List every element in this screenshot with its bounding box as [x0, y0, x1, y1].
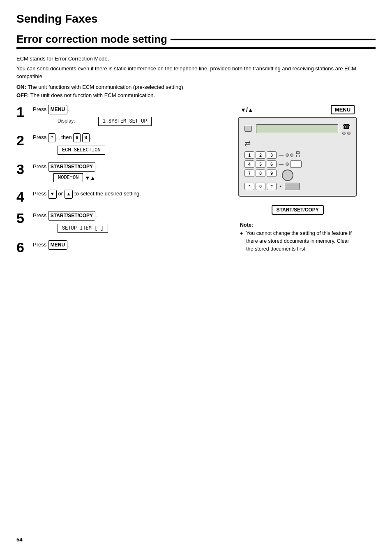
section-title: Error correction mode setting [16, 33, 376, 49]
step-5: 5 Press START/SET/COPY. SETUP ITEM [ ] [16, 211, 207, 233]
step-6-content: Press MENU. [33, 240, 207, 251]
note-section: Note: ● You cannot change the setting of… [240, 222, 355, 253]
step-1-display-value: 1.SYSTEM SET UP [98, 117, 152, 126]
key-4: 4 [244, 160, 254, 168]
numpad: 1 2 3 — 4 5 6 [244, 151, 302, 190]
step-3-display-value: MODE=ON [53, 173, 83, 182]
on-label: ON: [16, 84, 26, 90]
dot-r2 [286, 163, 289, 166]
step-4-key-up: ▲ [65, 190, 73, 199]
key-hash: # [267, 183, 277, 190]
nav-arrows-label: ▼/▲ [240, 107, 254, 113]
step-1: 1 Press MENU. Display: 1.SYSTEM SET UP [16, 105, 207, 126]
step-6-number: 6 [16, 240, 28, 254]
sq-2 [296, 155, 300, 157]
step-3-content: Press START/SET/COPY. MODE=ON ▼▲ [33, 162, 207, 182]
main-layout: 1 Press MENU. Display: 1.SYSTEM SET UP 2… [16, 105, 376, 262]
step-1-text: Press MENU. [33, 105, 207, 114]
page-title: Sending Faxes [16, 12, 376, 26]
step-4: 4 Press ▼ or ▲ to select the desired set… [16, 190, 207, 204]
note-title: Note: [240, 222, 355, 228]
step-1-menu-key: MENU [48, 105, 67, 114]
key-1: 1 [244, 151, 254, 159]
sq-1 [296, 151, 300, 154]
step-6-text: Press MENU. [33, 240, 207, 250]
dash-1: — [278, 151, 284, 159]
note-item: ● You cannot change the setting of this … [240, 230, 355, 253]
start-copy-wrapper: START/SET/COPY [272, 201, 324, 215]
step-5-key: START/SET/COPY [48, 211, 95, 221]
indicator-dot-1 [342, 132, 346, 135]
dot-r1-2 [290, 153, 293, 157]
step-4-key-down: ▼ [48, 190, 57, 199]
step-5-text: Press START/SET/COPY. [33, 211, 207, 221]
step-3-key: START/SET/COPY [48, 162, 95, 172]
dot-r1-1 [286, 153, 289, 157]
key-0: 0 [256, 183, 265, 190]
step-3-press: Press [33, 163, 46, 170]
step-4-text-after: to select the desired setting. [74, 190, 141, 197]
step-2-key3: 8 [82, 133, 90, 142]
step-4-or: or [58, 190, 63, 197]
indicator-dot-2 [347, 132, 350, 135]
note-text: You cannot change the setting of this fe… [246, 230, 355, 253]
num-row-1: 1 2 3 — [244, 151, 302, 159]
on-text: The unit functions with ECM communicatio… [28, 84, 184, 90]
note-bullet: ● [240, 230, 244, 253]
device-lcd [256, 124, 338, 133]
step-5-content: Press START/SET/COPY. SETUP ITEM [ ] [33, 211, 207, 233]
dot-star: ● [279, 184, 281, 188]
off-line: OFF: The unit does not function with ECM… [16, 91, 376, 100]
menu-badge: MENU [331, 105, 355, 114]
key-8: 8 [256, 170, 265, 177]
device-column: ▼/▲ MENU ☎ ⇄ [219, 105, 376, 262]
step-1-number: 1 [16, 105, 28, 119]
step-2: 2 Press #, , then 6 8. ECM SELECTION [16, 133, 207, 155]
step-3-triangle: ▼▲ [85, 175, 95, 181]
long-key [285, 183, 300, 190]
num-row-3: 7 8 9 [244, 170, 302, 181]
step-1-content: Press MENU. Display: 1.SYSTEM SET UP [33, 105, 207, 126]
device-indicator [342, 132, 350, 135]
step-3-text: Press START/SET/COPY. [33, 162, 207, 172]
step-5-number: 5 [16, 211, 28, 225]
step-4-text: Press ▼ or ▲ to select the desired setti… [33, 190, 207, 199]
key-5: 5 [256, 160, 265, 168]
step-1-press: Press [33, 106, 46, 112]
step-3: 3 Press START/SET/COPY. MODE=ON ▼▲ [16, 162, 207, 182]
key-7: 7 [244, 170, 254, 177]
step-4-press: Press [33, 190, 46, 197]
step-6: 6 Press MENU. [16, 240, 207, 254]
key-star: * [244, 183, 254, 190]
step-1-display-label: Display: [58, 118, 75, 124]
page-number: 54 [16, 536, 22, 543]
off-label: OFF: [16, 92, 29, 98]
step-2-key1: # [48, 133, 55, 142]
step-2-then: , then [58, 134, 72, 140]
device-speaker [244, 126, 252, 132]
start-copy-badge: START/SET/COPY [272, 205, 324, 215]
numpad-area: 1 2 3 — 4 5 6 [244, 151, 350, 190]
step-3-display-row: MODE=ON ▼▲ [53, 173, 207, 182]
device-top-right: ☎ [342, 123, 350, 135]
dash-2: — [278, 160, 284, 168]
section-title-text: Error correction mode setting [16, 33, 167, 46]
step-2-key2: 6 [73, 133, 81, 142]
step-3-number: 3 [16, 162, 28, 176]
step-2-text: Press #, , then 6 8. [33, 133, 207, 142]
step-5-press: Press [33, 212, 46, 218]
round-knob [282, 170, 293, 181]
phone-icon: ☎ [342, 123, 350, 130]
step-4-number: 4 [16, 190, 28, 204]
num-row-2: 4 5 6 — [244, 160, 302, 168]
key-9: 9 [267, 170, 277, 177]
step-2-display-value: ECM SELECTION [58, 146, 105, 155]
small-squares-1 [296, 151, 300, 159]
step-4-content: Press ▼ or ▲ to select the desired setti… [33, 190, 207, 200]
step-6-press: Press [33, 242, 46, 248]
step-2-content: Press #, , then 6 8. ECM SELECTION [33, 133, 207, 155]
key-3: 3 [267, 151, 277, 159]
description-line1: ECM stands for Error Correction Mode. [16, 55, 376, 63]
step-5-display-value: SETUP ITEM [ ] [58, 224, 108, 233]
key-6: 6 [267, 160, 277, 168]
